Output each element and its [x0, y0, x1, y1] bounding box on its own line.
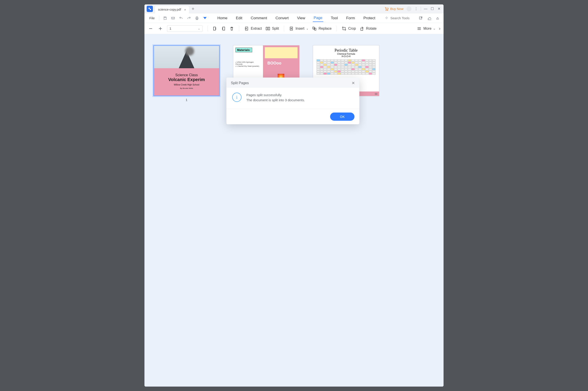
page-number-selector[interactable]: 1 ⌄: [167, 25, 202, 32]
quick-tools-dropdown-icon[interactable]: [202, 15, 208, 21]
boo-text: BOOoo: [267, 61, 281, 66]
zoom-in-button[interactable]: +: [157, 25, 164, 32]
page-number-label: 1: [186, 98, 188, 102]
print-icon[interactable]: [194, 15, 200, 21]
svg-rect-14: [315, 28, 316, 30]
tab-form[interactable]: Form: [345, 15, 356, 22]
buy-now-button[interactable]: Buy Now: [384, 7, 403, 11]
svg-rect-7: [213, 27, 215, 30]
divider: [284, 26, 284, 31]
crop-button[interactable]: Crop: [342, 26, 356, 31]
tab-convert[interactable]: Convert: [275, 15, 290, 22]
chevron-down-icon: ⌄: [306, 27, 308, 30]
page-thumbnail-1[interactable]: Science Class Volcanic Experim Willow Cr…: [153, 45, 220, 102]
svg-rect-11: [268, 27, 270, 30]
thumb3-formula: H-O-O-H: [317, 55, 376, 58]
maximize-window-icon[interactable]: ☐: [429, 5, 436, 12]
tab-tool[interactable]: Tool: [330, 15, 339, 22]
close-window-icon[interactable]: ✕: [436, 5, 442, 12]
title-bar: science-copy.pdf × + Buy Now ⋮ — ☐ ✕: [144, 4, 444, 13]
delete-page-icon[interactable]: [229, 26, 234, 31]
save-icon[interactable]: [162, 15, 168, 21]
svg-rect-13: [313, 27, 314, 29]
share-icon[interactable]: [418, 15, 424, 21]
file-menu[interactable]: File: [148, 15, 156, 21]
overflow-right-icon[interactable]: ›: [439, 26, 440, 31]
rotate-label: Rotate: [366, 27, 377, 31]
extract-button[interactable]: Extract: [244, 26, 262, 31]
replace-label: Replace: [319, 27, 332, 31]
chevron-down-icon: ⌄: [198, 27, 200, 30]
dialog-line2: The document is split into 3 documents.: [246, 98, 305, 103]
cart-icon: [384, 7, 389, 11]
more-label: More: [423, 27, 431, 31]
document-tab[interactable]: science-copy.pdf ×: [155, 6, 190, 13]
split-pages-dialog: Split Pages ✕ i Pages split successfully…: [226, 78, 359, 124]
chevron-down-icon: ⌄: [433, 27, 435, 30]
document-tab-label: science-copy.pdf: [158, 8, 181, 11]
main-tabs: Home Edit Comment Convert View Page Tool…: [210, 14, 383, 22]
dialog-message: Pages split successfully. The document i…: [246, 93, 305, 102]
tab-comment[interactable]: Comment: [250, 15, 268, 22]
thumb1-line1: Science Class: [154, 73, 219, 77]
search-tools[interactable]: [385, 16, 412, 20]
more-button[interactable]: More⌄: [417, 26, 435, 31]
page-number-value: 1: [170, 27, 171, 30]
thumb3-pagenum: 03: [375, 93, 377, 95]
tab-view[interactable]: View: [296, 15, 306, 22]
bullet-2: • 1 Sachet Dry Yeast (powder): [235, 65, 261, 67]
replace-button[interactable]: Replace: [312, 26, 332, 31]
divider: [239, 26, 239, 31]
rotate-button[interactable]: Rotate: [359, 26, 377, 31]
zoom-out-button[interactable]: −: [148, 25, 154, 32]
svg-point-1: [387, 10, 388, 10]
periodic-table-grid: [317, 59, 376, 75]
buy-now-label: Buy Now: [390, 7, 403, 11]
svg-rect-8: [223, 27, 225, 30]
thumb1-line3: Willow Creek High School: [154, 84, 219, 86]
close-tab-icon[interactable]: ×: [184, 8, 186, 11]
new-tab-button[interactable]: +: [192, 6, 195, 11]
tab-page[interactable]: Page: [313, 14, 323, 22]
tab-edit[interactable]: Edit: [235, 15, 243, 22]
user-avatar[interactable]: [406, 6, 411, 11]
tab-protect[interactable]: Protect: [363, 15, 376, 22]
collapse-ribbon-icon[interactable]: [435, 15, 440, 21]
thumb1-line4: By Brooke Wells: [154, 87, 219, 89]
cloud-sync-icon[interactable]: [426, 15, 432, 21]
sparkle-icon: [385, 16, 389, 20]
dialog-line1: Pages split successfully.: [246, 93, 305, 98]
dialog-ok-button[interactable]: OK: [330, 112, 355, 121]
kebab-menu-icon[interactable]: ⋮: [413, 5, 419, 12]
redo-icon[interactable]: [186, 15, 192, 21]
page-right-icon[interactable]: [221, 26, 226, 31]
dialog-header: Split Pages ✕: [226, 78, 359, 88]
search-tools-input[interactable]: [390, 16, 412, 20]
app-window: science-copy.pdf × + Buy Now ⋮ — ☐ ✕ Fil…: [144, 4, 444, 387]
insert-label: Insert: [295, 27, 304, 31]
svg-rect-6: [419, 17, 422, 19]
split-button[interactable]: Split: [265, 26, 279, 31]
info-icon: i: [232, 93, 241, 102]
mail-icon[interactable]: [170, 15, 176, 21]
extract-label: Extract: [251, 27, 262, 31]
svg-rect-4: [196, 17, 198, 18]
page-toolbar: − + 1 ⌄ Extract Split Insert⌄ Replace Cr…: [144, 23, 444, 34]
svg-point-0: [386, 10, 386, 10]
page-left-icon[interactable]: [212, 26, 217, 31]
divider: [421, 7, 421, 11]
thumb3-subtitle: Chemical Formula: [317, 53, 376, 55]
thumb3-title: Periodic Table: [317, 48, 376, 53]
divider: [159, 16, 159, 21]
menubar-right-actions: [418, 15, 440, 21]
tab-home[interactable]: Home: [216, 15, 228, 22]
insert-button[interactable]: Insert⌄: [289, 26, 308, 31]
dialog-close-icon[interactable]: ✕: [352, 81, 355, 86]
minimize-window-icon[interactable]: —: [422, 5, 429, 12]
undo-icon[interactable]: [178, 15, 184, 21]
bullet-1: • 125ml 10% Hydrogen Peroxide: [235, 61, 261, 65]
menu-bar: File Home Edit Comment Convert View Page…: [144, 13, 444, 23]
svg-rect-10: [266, 27, 267, 30]
app-logo-icon: [147, 6, 153, 12]
split-label: Split: [272, 27, 279, 31]
